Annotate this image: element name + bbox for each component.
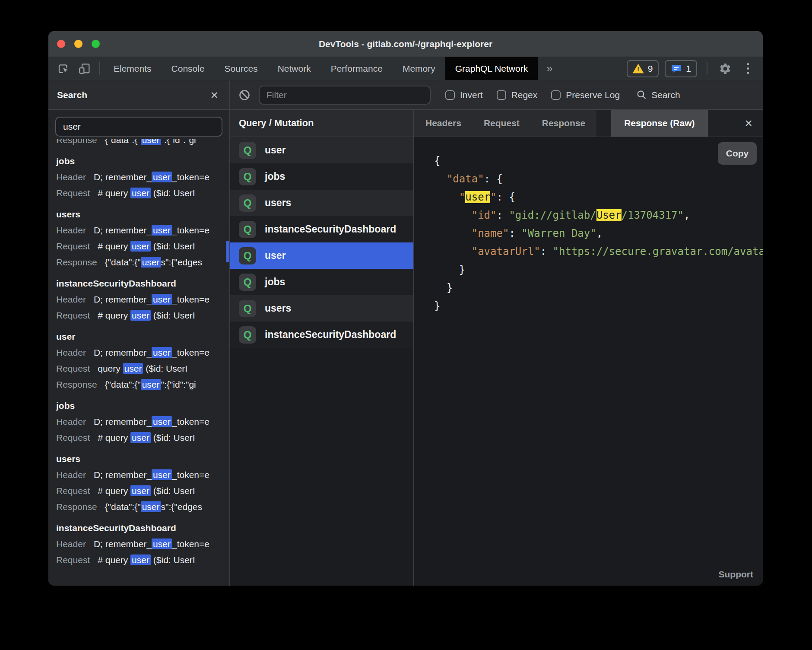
match-highlight: user — [130, 310, 151, 321]
search-result-group-title[interactable]: instanceSecurityDashboard — [56, 520, 229, 536]
search-input[interactable] — [55, 117, 222, 137]
query-row-users[interactable]: Qusers — [230, 295, 413, 322]
detail-tab-headers[interactable]: Headers — [414, 110, 473, 137]
query-row-instancesecuritydashboard[interactable]: QinstanceSecurityDashboard — [230, 322, 413, 348]
text-segment: } — [434, 282, 453, 294]
close-window-button[interactable] — [57, 40, 65, 48]
result-line-label: Header — [56, 225, 86, 235]
result-line-label: Request — [56, 310, 90, 320]
text-segment: # query — [98, 486, 130, 496]
result-line-label: Response — [56, 139, 97, 145]
text-segment: { — [434, 155, 440, 167]
minimize-window-button[interactable] — [74, 40, 82, 48]
search-result-group-title[interactable]: users — [56, 451, 229, 467]
devtools-tab-elements[interactable]: Elements — [104, 57, 162, 80]
search-result-line[interactable]: Request# query user ($id: UserI — [56, 185, 229, 201]
search-result-line[interactable]: Response{"data":{"users":{"edges — [56, 254, 229, 270]
devtools-tab-sources[interactable]: Sources — [215, 57, 268, 80]
detail-tab-response-raw[interactable]: Response (Raw) — [611, 110, 707, 137]
search-result-line[interactable]: Request# query user ($id: UserI — [56, 483, 229, 499]
text-segment: # query — [98, 241, 130, 251]
search-result-line[interactable]: HeaderD; remember_user_token=e — [56, 344, 229, 360]
support-link[interactable]: Support — [719, 569, 753, 580]
text-segment: " — [490, 191, 496, 203]
search-result-line[interactable]: Request# query user ($id: UserI — [56, 552, 229, 568]
titlebar: DevTools - gitlab.com/-/graphql-explorer — [48, 31, 763, 57]
text-segment: query — [98, 363, 123, 373]
checkbox-regex[interactable]: Regex — [497, 90, 538, 100]
more-tabs-button[interactable]: » — [538, 57, 561, 80]
search-result-line[interactable]: Response{"data":{"users":{"edges — [56, 499, 229, 515]
match-highlight: user — [141, 257, 161, 268]
settings-gear-icon[interactable] — [717, 61, 733, 77]
search-close-icon[interactable]: × — [210, 89, 218, 102]
kebab-menu-icon[interactable] — [739, 63, 756, 74]
search-result-line[interactable]: Response{"data":{"user":{"id":"gi — [56, 139, 229, 148]
zoom-window-button[interactable] — [92, 40, 100, 48]
result-line-label: Header — [56, 417, 86, 427]
search-result-line[interactable]: HeaderD; remember_user_token=e — [56, 467, 229, 483]
issues-badge[interactable]: 1 — [665, 60, 697, 77]
text-segment: "name" — [472, 227, 509, 239]
text-segment: {"data":{" — [105, 139, 141, 145]
text-segment: D; remember_ — [94, 539, 152, 549]
query-row-user[interactable]: Quser — [230, 137, 413, 163]
devtools-tab-network[interactable]: Network — [268, 57, 321, 80]
query-row-label: user — [265, 144, 286, 156]
devtools-tab-performance[interactable]: Performance — [321, 57, 393, 80]
device-toolbar-icon[interactable] — [76, 61, 92, 77]
search-result-line[interactable]: HeaderD; remember_user_token=e — [56, 222, 229, 238]
close-detail-icon[interactable]: × — [734, 110, 763, 137]
search-result-line[interactable]: Requestquery user ($id: UserI — [56, 360, 229, 376]
devtools-tab-memory[interactable]: Memory — [393, 57, 445, 80]
checkbox-box — [551, 90, 561, 100]
result-line-label: Request — [56, 486, 90, 496]
search-result-line[interactable]: Response{"data":{"user":{"id":"gi — [56, 376, 229, 392]
search-result-group-title[interactable]: jobs — [56, 398, 229, 414]
search-result-group-title[interactable]: jobs — [56, 153, 229, 169]
search-result-line[interactable]: HeaderD; remember_user_token=e — [56, 414, 229, 430]
devtools-tab-graphql-network[interactable]: GraphQL Network — [445, 57, 538, 80]
query-row-instancesecuritydashboard[interactable]: QinstanceSecurityDashboard — [230, 216, 413, 242]
window-title: DevTools - gitlab.com/-/graphql-explorer — [319, 39, 492, 49]
query-row-jobs[interactable]: Qjobs — [230, 163, 413, 190]
detail-tab-response[interactable]: Response — [531, 110, 596, 137]
copy-button[interactable]: Copy — [718, 142, 757, 165]
search-result-group-title[interactable]: users — [56, 206, 229, 222]
search-result-line[interactable]: HeaderD; remember_user_token=e — [56, 169, 229, 185]
search-result-group-title[interactable]: user — [56, 328, 229, 344]
json-line: "name": "Warren Day", — [434, 224, 763, 242]
text-segment: : — [509, 227, 521, 239]
search-result-line[interactable]: Request# query user ($id: UserI — [56, 238, 229, 254]
checkbox-invert[interactable]: Invert — [445, 90, 483, 100]
query-row-users[interactable]: Qusers — [230, 190, 413, 216]
query-row-jobs[interactable]: Qjobs — [230, 269, 413, 295]
query-row-label: jobs — [265, 276, 285, 288]
checkbox-preserve-log[interactable]: Preserve Log — [551, 90, 620, 100]
search-result-line[interactable]: HeaderD; remember_user_token=e — [56, 291, 229, 307]
text-segment: "gid://gitlab/ — [509, 209, 596, 221]
query-row-user[interactable]: Quser — [230, 242, 413, 269]
filter-input[interactable] — [259, 86, 431, 105]
search-result-line[interactable]: Request# query user ($id: UserI — [56, 430, 229, 446]
query-list-header: Query / Mutation — [230, 110, 413, 137]
match-highlight: user — [141, 379, 161, 390]
result-line-label: Response — [56, 379, 97, 389]
detail-panel: HeadersRequestResponse Response (Raw) × … — [414, 110, 763, 586]
scrollbar-match-marker[interactable] — [226, 241, 229, 262]
filter-options: InvertRegexPreserve Log — [445, 90, 620, 100]
match-highlight: user — [152, 469, 172, 480]
search-result-group-title[interactable]: instanceSecurityDashboard — [56, 275, 229, 291]
search-result-line[interactable]: Request# query user ($id: UserI — [56, 307, 229, 323]
warnings-badge[interactable]: ! 9 — [627, 60, 659, 77]
search-result-line[interactable]: HeaderD; remember_user_token=e — [56, 536, 229, 552]
inspect-element-icon[interactable] — [55, 61, 72, 77]
text-segment: s":{"edges — [161, 257, 202, 267]
devtools-tab-console[interactable]: Console — [162, 57, 215, 80]
query-type-badge: Q — [239, 168, 256, 185]
network-search-button[interactable]: Search — [636, 89, 680, 100]
text-segment: _token=e — [172, 347, 209, 357]
detail-tab-request[interactable]: Request — [473, 110, 531, 137]
query-rows: QuserQjobsQusersQinstanceSecurityDashboa… — [230, 137, 413, 348]
clear-filter-icon[interactable] — [236, 87, 253, 103]
